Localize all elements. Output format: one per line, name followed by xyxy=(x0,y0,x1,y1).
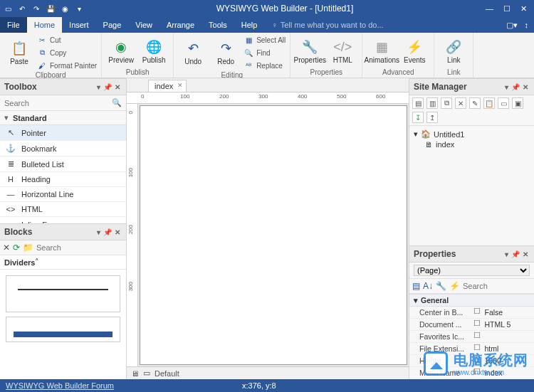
sm-pin-icon[interactable]: 📌 xyxy=(511,83,520,91)
props-pin-icon[interactable]: 📌 xyxy=(511,250,520,258)
ribbon-collapse-icon[interactable]: ↕ xyxy=(525,21,529,30)
sm-props-icon[interactable]: ▭ xyxy=(498,97,509,109)
qat-redo-icon[interactable]: ↷ xyxy=(31,4,41,14)
categorize-icon[interactable]: ▤ xyxy=(412,281,420,291)
property-value[interactable] xyxy=(482,331,535,342)
props-dropdown-icon[interactable]: ▾ xyxy=(505,250,508,258)
cut-button[interactable]: ✂Cut xyxy=(37,34,97,46)
property-row[interactable]: Menu Name☐index xyxy=(409,367,534,379)
copy-button[interactable]: ⧉Copy xyxy=(37,47,97,58)
blocks-delete-icon[interactable]: ✕ xyxy=(3,243,10,253)
property-value[interactable]: 1000 xyxy=(482,355,535,366)
search-icon[interactable]: 🔍 xyxy=(112,98,122,107)
qat-save-icon[interactable]: 💾 xyxy=(46,4,56,14)
design-canvas[interactable] xyxy=(140,105,407,365)
sm-import-icon[interactable]: ↧ xyxy=(412,112,424,123)
sm-close-icon[interactable]: ✕ xyxy=(523,83,528,91)
toolbox-search-input[interactable] xyxy=(4,99,112,107)
blocks-search-input[interactable] xyxy=(36,243,135,252)
publish-button[interactable]: 🌐Publish xyxy=(139,38,169,64)
toolbox-item-bookmark[interactable]: ⚓Bookmark xyxy=(0,141,126,157)
props-close-icon[interactable]: ✕ xyxy=(523,250,528,258)
ribbon-display-icon[interactable]: ▢▾ xyxy=(506,21,518,30)
toolbox-category[interactable]: ▾ Standard xyxy=(0,111,126,125)
property-value[interactable]: html xyxy=(482,343,535,354)
tab-close-icon[interactable]: ✕ xyxy=(177,82,183,89)
sm-new-page-icon[interactable]: ▤ xyxy=(412,97,424,109)
forum-link[interactable]: WYSIWYG Web Builder Forum xyxy=(6,381,114,390)
toolbox-item-inline-frame[interactable]: ▭Inline Frame xyxy=(0,217,126,223)
blocks-pin-icon[interactable]: 📌 xyxy=(103,228,112,236)
properties-search-input[interactable] xyxy=(463,282,534,290)
tree-page-index[interactable]: 🗎 index xyxy=(425,139,530,149)
tell-me-box[interactable]: ♀ Tell me what you want to do... xyxy=(271,21,383,29)
close-button[interactable]: ✕ xyxy=(520,4,527,14)
property-row[interactable]: Favorites Ic...☐ xyxy=(409,331,534,343)
sm-edit-icon[interactable]: ✎ xyxy=(469,97,481,109)
maximize-button[interactable]: ☐ xyxy=(503,4,511,14)
toolbox-item-horizontal-line[interactable]: —Horizontal Line xyxy=(0,187,126,202)
sm-add-icon[interactable]: ▣ xyxy=(512,97,523,109)
toolbox-dropdown-icon[interactable]: ▾ xyxy=(97,83,100,91)
property-checkbox[interactable]: ☐ xyxy=(472,367,482,378)
sm-delete-icon[interactable]: ✕ xyxy=(455,97,466,109)
select-all-button[interactable]: ▦Select All xyxy=(244,34,286,46)
paste-button[interactable]: 📋 Paste xyxy=(4,40,34,65)
tab-home[interactable]: Home xyxy=(27,17,62,33)
toolbox-close-icon[interactable]: ✕ xyxy=(115,83,120,91)
undo-button[interactable]: ↶Undo xyxy=(178,40,208,65)
toolbox-item-pointer[interactable]: ↖Pointer xyxy=(0,125,126,141)
tab-page[interactable]: Page xyxy=(96,17,129,33)
property-checkbox[interactable]: ☐ xyxy=(472,343,482,354)
property-row[interactable]: File Extensi...☐html xyxy=(409,343,534,355)
dividers-category[interactable]: Dividers ˄ xyxy=(0,255,126,270)
property-row[interactable]: Height☐1000 xyxy=(409,355,534,367)
tab-tools[interactable]: Tools xyxy=(201,17,234,33)
property-value[interactable]: index xyxy=(482,367,535,378)
desktop-view-icon[interactable]: 🖥 xyxy=(131,369,139,378)
html-button[interactable]: </>HTML xyxy=(328,38,357,64)
animations-button[interactable]: ▦Animations xyxy=(367,38,397,64)
qat-new-icon[interactable]: ▭ xyxy=(3,4,13,14)
document-tab-index[interactable]: index ✕ xyxy=(148,80,187,92)
props-wrench-icon[interactable]: 🔧 xyxy=(436,281,446,291)
props-lightning-icon[interactable]: ⚡ xyxy=(449,281,460,291)
events-button[interactable]: ⚡Events xyxy=(399,38,429,64)
divider-thumb-2[interactable] xyxy=(6,317,120,342)
sm-new-folder-icon[interactable]: ▥ xyxy=(426,97,438,109)
link-button[interactable]: 🔗Link xyxy=(439,38,468,64)
property-checkbox[interactable]: ☐ xyxy=(472,307,482,318)
property-value[interactable]: False xyxy=(482,307,535,318)
properties-category-general[interactable]: ▾ General xyxy=(409,294,534,307)
sm-dropdown-icon[interactable]: ▾ xyxy=(505,83,508,91)
format-painter-button[interactable]: 🖌Format Painter xyxy=(37,60,97,71)
replace-button[interactable]: ᴬᴮReplace xyxy=(244,60,286,71)
property-checkbox[interactable]: ☐ xyxy=(472,355,482,366)
blocks-refresh-icon[interactable]: ⟳ xyxy=(13,243,20,253)
property-row[interactable]: Document ...☐HTML 5 xyxy=(409,319,534,331)
tab-insert[interactable]: Insert xyxy=(62,17,96,33)
redo-button[interactable]: ↷Redo xyxy=(211,40,241,65)
tab-file[interactable]: File xyxy=(0,17,27,33)
qat-more-icon[interactable]: ▾ xyxy=(74,4,84,14)
toolbox-item-heading[interactable]: HHeading xyxy=(0,172,126,187)
properties-object-select[interactable]: (Page) xyxy=(414,265,530,276)
toolbox-item-bulleted-list[interactable]: ≣Bulleted List xyxy=(0,157,126,172)
toolbox-item-html[interactable]: <>HTML xyxy=(0,202,126,217)
property-checkbox[interactable]: ☐ xyxy=(472,331,482,342)
property-checkbox[interactable]: ☐ xyxy=(472,319,482,330)
blocks-close-icon[interactable]: ✕ xyxy=(115,228,120,236)
sm-copy-icon[interactable]: 📋 xyxy=(483,97,495,109)
toolbox-pin-icon[interactable]: 📌 xyxy=(103,83,112,91)
sm-export-icon[interactable]: ↥ xyxy=(426,112,438,123)
blocks-folder-icon[interactable]: 📁 xyxy=(23,243,33,253)
tree-root[interactable]: ▾ 🏠 Untitled1 xyxy=(414,129,530,139)
sm-clone-icon[interactable]: ⧉ xyxy=(441,97,452,109)
breakpoint-label[interactable]: Default xyxy=(155,369,179,378)
divider-thumb-1[interactable] xyxy=(6,275,120,312)
property-row[interactable]: Center in B...☐False xyxy=(409,307,534,319)
mobile-view-icon[interactable]: ▭ xyxy=(143,369,150,378)
az-sort-icon[interactable]: A↓ xyxy=(423,281,433,291)
tab-arrange[interactable]: Arrange xyxy=(159,17,201,33)
property-value[interactable]: HTML 5 xyxy=(482,319,535,330)
